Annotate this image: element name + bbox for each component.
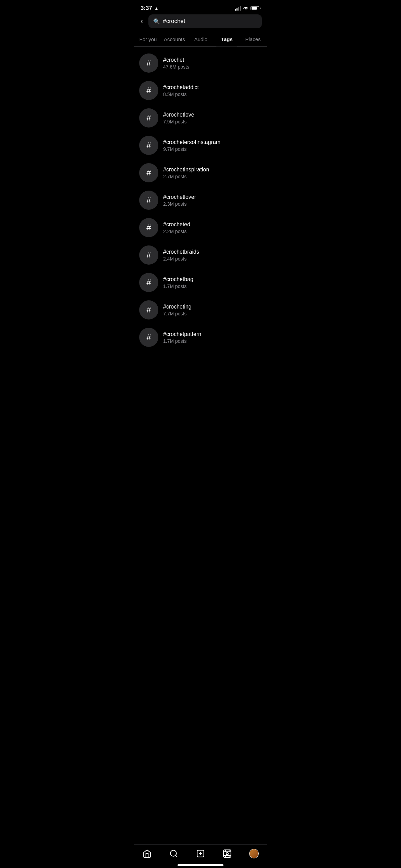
tag-avatar: # [139, 108, 158, 128]
tag-info: #crochetinspiration 2.7M posts [163, 167, 209, 179]
back-button[interactable]: ‹ [139, 16, 144, 26]
tags-list: # #crochet 47.6M posts # #crochetaddict … [134, 47, 267, 354]
tag-name: #crochetlove [163, 112, 194, 118]
tag-avatar: # [139, 136, 158, 155]
tag-name: #crochetaddict [163, 84, 199, 91]
hash-icon: # [146, 223, 151, 232]
tag-count: 1.7M posts [163, 338, 201, 344]
search-container: ‹ 🔍 #crochet [134, 14, 267, 32]
tag-count: 1.7M posts [163, 284, 193, 289]
search-icon: 🔍 [153, 18, 160, 25]
hash-icon: # [146, 86, 151, 95]
battery-icon [251, 6, 260, 10]
tag-name: #crochetinspiration [163, 167, 209, 173]
tag-avatar: # [139, 218, 158, 237]
tag-list-item[interactable]: # #crochetinspiration 2.7M posts [134, 159, 267, 186]
tab-for-you[interactable]: For you [135, 32, 161, 46]
tag-info: #crocheted 2.2M posts [163, 221, 190, 234]
tag-name: #crocheting [163, 304, 192, 310]
signal-icon [235, 6, 241, 11]
tag-info: #crochetbraids 2.4M posts [163, 249, 199, 262]
tag-avatar: # [139, 245, 158, 265]
tag-avatar: # [139, 53, 158, 73]
status-icons [235, 6, 260, 11]
tab-audio[interactable]: Audio [188, 32, 214, 46]
tag-count: 7.7M posts [163, 311, 192, 316]
status-bar: 3:37 ▲ [134, 0, 267, 14]
hash-icon: # [146, 278, 151, 287]
hash-icon: # [146, 250, 151, 260]
svg-point-0 [245, 10, 246, 10]
tag-list-item[interactable]: # #crochetaddict 8.5M posts [134, 77, 267, 104]
hash-icon: # [146, 113, 151, 123]
search-bar[interactable]: 🔍 #crochet [148, 14, 262, 28]
tag-info: #crochetlove 7.9M posts [163, 112, 194, 124]
tag-list-item[interactable]: # #crochetbag 1.7M posts [134, 269, 267, 296]
hash-icon: # [146, 58, 151, 68]
tag-avatar: # [139, 273, 158, 292]
status-time: 3:37 ▲ [141, 5, 159, 12]
hash-icon: # [146, 333, 151, 342]
tag-count: 2.2M posts [163, 229, 190, 234]
tag-name: #crocheted [163, 221, 190, 228]
tag-count: 9.7M posts [163, 146, 220, 152]
search-query: #crochet [163, 18, 185, 25]
tag-list-item[interactable]: # #crochetbraids 2.4M posts [134, 241, 267, 269]
tag-avatar: # [139, 163, 158, 182]
tag-list-item[interactable]: # #crochetlove 7.9M posts [134, 104, 267, 132]
location-icon: ▲ [154, 6, 159, 11]
tag-avatar: # [139, 191, 158, 210]
tag-info: #crochetaddict 8.5M posts [163, 84, 199, 97]
tab-accounts[interactable]: Accounts [161, 32, 188, 46]
tag-name: #crochetpattern [163, 331, 201, 337]
hash-icon: # [146, 305, 151, 315]
tag-avatar: # [139, 81, 158, 100]
tag-name: #crochetlover [163, 194, 196, 200]
tag-info: #crochetersofinstagram 9.7M posts [163, 139, 220, 152]
tag-avatar: # [139, 300, 158, 320]
tag-count: 2.4M posts [163, 256, 199, 262]
tag-list-item[interactable]: # #crocheted 2.2M posts [134, 214, 267, 241]
tag-name: #crochetbag [163, 276, 193, 282]
tag-list-item[interactable]: # #crocheting 7.7M posts [134, 296, 267, 324]
tag-list-item[interactable]: # #crochet 47.6M posts [134, 49, 267, 77]
tag-info: #crocheting 7.7M posts [163, 304, 192, 316]
tag-count: 2.3M posts [163, 201, 196, 207]
tag-list-item[interactable]: # #crochetersofinstagram 9.7M posts [134, 132, 267, 159]
tag-count: 8.5M posts [163, 92, 199, 97]
tag-avatar: # [139, 328, 158, 347]
tag-name: #crochet [163, 57, 189, 63]
hash-icon: # [146, 141, 151, 150]
tag-count: 7.9M posts [163, 119, 194, 124]
hash-icon: # [146, 195, 151, 205]
wifi-icon [243, 6, 248, 10]
search-tabs: For you Accounts Audio Tags Places [134, 32, 267, 47]
tag-list-item[interactable]: # #crochetlover 2.3M posts [134, 186, 267, 214]
tab-places[interactable]: Places [240, 32, 266, 46]
tag-info: #crochetpattern 1.7M posts [163, 331, 201, 344]
tab-tags[interactable]: Tags [214, 32, 240, 46]
hash-icon: # [146, 168, 151, 178]
tag-count: 2.7M posts [163, 174, 209, 179]
tag-count: 47.6M posts [163, 64, 189, 70]
tag-list-item[interactable]: # #crochetpattern 1.7M posts [134, 324, 267, 351]
tag-name: #crochetersofinstagram [163, 139, 220, 145]
tag-info: #crochetlover 2.3M posts [163, 194, 196, 207]
tag-name: #crochetbraids [163, 249, 199, 255]
tag-info: #crochet 47.6M posts [163, 57, 189, 70]
tag-info: #crochetbag 1.7M posts [163, 276, 193, 289]
